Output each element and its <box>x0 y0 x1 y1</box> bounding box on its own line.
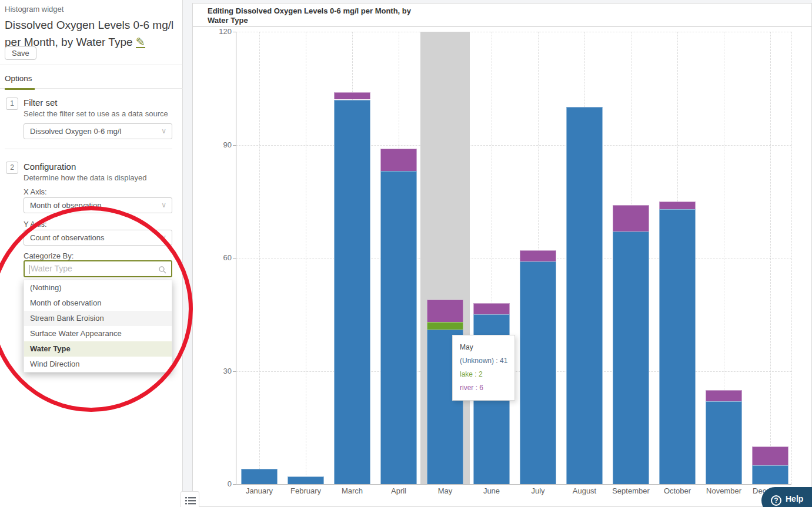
categorize-by-placeholder: Water Type <box>31 264 72 273</box>
text-caret <box>29 265 29 274</box>
tooltip-row: lake : 2 <box>460 368 507 381</box>
bar-segment-unknown[interactable] <box>566 107 603 484</box>
gridline-vertical <box>306 32 306 484</box>
chart-tooltip: May (Unknown) : 41lake : 2river : 6 <box>452 335 515 401</box>
list-icon <box>185 496 196 505</box>
configuration-description: Determine how the data is displayed <box>24 173 147 182</box>
help-button-label: Help <box>786 494 803 507</box>
y-axis-field-label: Y Axis: <box>24 220 47 229</box>
y-axis-select[interactable]: Count of observations∨ <box>24 230 172 246</box>
y-axis-line <box>236 32 236 484</box>
bar-segment-river[interactable] <box>706 390 742 401</box>
chevron-down-icon: ∨ <box>161 198 166 213</box>
categorize-by-dropdown: (Nothing) Month of observation Stream Ba… <box>24 280 172 372</box>
search-icon <box>158 266 166 274</box>
dropdown-option-wind-direction[interactable]: Wind Direction <box>24 357 172 372</box>
y-axis-tick <box>233 484 236 485</box>
bar-segment-river[interactable] <box>613 205 649 231</box>
bar-segment-river[interactable] <box>473 303 510 314</box>
categorize-by-search-input[interactable]: Water Type <box>24 260 172 277</box>
bar-segment-river[interactable] <box>520 250 556 261</box>
bar-segment-unknown[interactable] <box>520 261 556 484</box>
x-axis-label: March <box>326 486 379 495</box>
bar-segment-unknown[interactable] <box>380 171 417 484</box>
divider <box>0 65 183 65</box>
widget-title: Dissolved Oxygen Levels 0-6 mg/l per Mon… <box>5 16 179 51</box>
filter-set-select[interactable]: Dissolved Oxygen 0-6 mg/l∨ <box>24 123 172 139</box>
x-axis-select[interactable]: Month of observation∨ <box>24 197 172 213</box>
step-number-2: 2 <box>6 162 18 174</box>
x-axis-label: July <box>512 486 564 495</box>
y-axis-selected-value: Count of observations <box>30 233 104 242</box>
gridline-vertical <box>259 32 260 484</box>
tooltip-row: (Unknown) : 41 <box>460 354 507 368</box>
bar-segment-unknown[interactable] <box>613 231 649 484</box>
y-axis-tick-label: 30 <box>208 367 232 375</box>
x-axis-label: February <box>279 486 332 495</box>
dropdown-option-month-of-observation[interactable]: Month of observation <box>24 296 172 311</box>
x-axis-label: April <box>372 486 425 495</box>
gridline-vertical <box>770 32 771 484</box>
gridline-horizontal <box>236 145 791 146</box>
gridline-horizontal <box>236 32 791 32</box>
bar-segment-unknown[interactable] <box>752 465 788 484</box>
filter-set-description: Select the filter set to use as a data s… <box>24 109 168 118</box>
y-axis-tick <box>233 32 236 32</box>
bar-segment-river[interactable] <box>427 300 463 323</box>
configuration-heading: Configuration <box>24 162 76 172</box>
edit-title-pencil-icon[interactable]: ✎ <box>136 37 145 48</box>
bar-segment-river[interactable] <box>334 92 370 100</box>
divider <box>5 149 172 149</box>
filter-set-selected-value: Dissolved Oxygen 0-6 mg/l <box>30 127 121 136</box>
dropdown-option-nothing[interactable]: (Nothing) <box>24 280 172 296</box>
y-axis-tick <box>233 258 236 258</box>
y-axis-tick-label: 120 <box>208 27 232 36</box>
x-axis-label: August <box>558 486 611 495</box>
bar-segment-unknown[interactable] <box>288 476 324 484</box>
app-root: Histogram widget Dissolved Oxygen Levels… <box>0 0 812 507</box>
histogram-plot: 0306090120JanuaryFebruaryMarchAprilMayJu… <box>193 4 812 507</box>
y-axis-tick <box>233 371 236 372</box>
bar-segment-unknown[interactable] <box>241 469 278 484</box>
tooltip-row: river : 6 <box>460 381 507 395</box>
x-axis-label: November <box>697 486 750 495</box>
chevron-down-icon: ∨ <box>161 230 166 245</box>
y-axis-tick-label: 90 <box>208 140 232 149</box>
widget-type-label: Histogram widget <box>5 5 64 14</box>
x-axis-label: June <box>465 486 518 495</box>
x-axis-selected-value: Month of observation <box>30 201 101 210</box>
x-axis-label: May <box>419 486 472 495</box>
y-axis-tick-label: 60 <box>208 253 232 262</box>
gridline-vertical <box>791 32 792 484</box>
bar-segment-river[interactable] <box>752 446 788 465</box>
bar-segment-lake[interactable] <box>427 322 463 330</box>
tooltip-title: May <box>460 341 507 354</box>
tab-options[interactable]: Options <box>5 74 35 90</box>
help-button[interactable]: ? Help <box>761 487 812 507</box>
y-axis-tick <box>233 145 236 146</box>
bar-segment-unknown[interactable] <box>334 100 370 485</box>
legend-list-button[interactable] <box>181 491 199 507</box>
dropdown-option-stream-bank-eroision[interactable]: Stream Bank Eroision <box>24 311 172 326</box>
save-button[interactable]: Save <box>5 46 36 60</box>
x-axis-line <box>236 484 791 485</box>
x-axis-label: October <box>651 486 704 495</box>
bar-segment-unknown[interactable] <box>706 401 742 484</box>
options-tab-row: Options <box>0 73 183 89</box>
gridline-horizontal <box>236 258 791 258</box>
y-axis-tick-label: 0 <box>208 479 232 488</box>
question-mark-icon: ? <box>771 495 781 506</box>
x-axis-field-label: X Axis: <box>24 187 47 196</box>
bar-segment-unknown[interactable] <box>659 209 696 484</box>
dropdown-option-surface-water-appearance[interactable]: Surface Water Appearance <box>24 326 172 341</box>
filter-set-heading: Filter set <box>24 98 58 108</box>
x-axis-label: September <box>604 486 657 495</box>
sidebar: Histogram widget Dissolved Oxygen Levels… <box>0 0 183 507</box>
chevron-down-icon: ∨ <box>161 124 166 139</box>
step-number-1: 1 <box>6 98 18 110</box>
chart-card: Editing Dissolved Oxygen Levels 0-6 mg/l… <box>192 3 812 507</box>
dropdown-option-water-type[interactable]: Water Type <box>24 341 172 357</box>
bar-segment-river[interactable] <box>380 149 417 172</box>
bar-segment-river[interactable] <box>659 202 696 209</box>
categorize-by-field-label: Categorize By: <box>24 251 73 260</box>
